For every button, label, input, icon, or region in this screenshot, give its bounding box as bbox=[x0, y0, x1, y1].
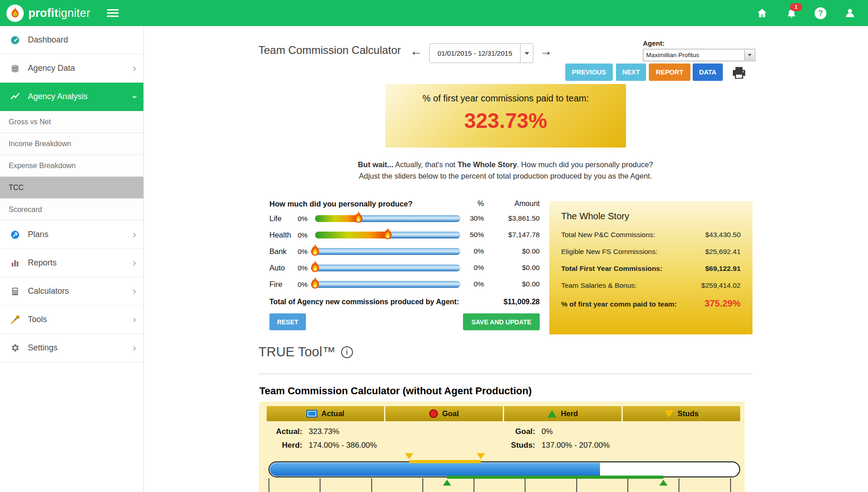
bar-chart-icon bbox=[9, 257, 21, 269]
sidebar-item-expense-breakdown[interactable]: Expense Breakdown bbox=[0, 155, 143, 177]
gauge-actual-fill bbox=[270, 463, 600, 476]
gear-icon bbox=[9, 342, 21, 354]
agent-select[interactable]: Maximillian Profitus bbox=[643, 49, 755, 61]
info-icon[interactable]: i bbox=[341, 346, 353, 358]
flame-slider-thumb[interactable] bbox=[309, 276, 321, 291]
slider-track[interactable] bbox=[315, 232, 460, 238]
sidebar-item-income-breakdown[interactable]: Income Breakdown bbox=[0, 133, 143, 155]
legend-herd: Herd bbox=[504, 406, 621, 421]
sidebar-item-tcc[interactable]: TCC bbox=[0, 177, 143, 199]
help-icon[interactable]: ? bbox=[814, 7, 827, 20]
slider-label: Bank bbox=[269, 247, 298, 256]
chevron-right-icon: › bbox=[133, 343, 136, 353]
save-and-update-button[interactable]: SAVE AND UPDATE bbox=[463, 313, 540, 330]
sidebar-item-settings[interactable]: Settings › bbox=[0, 334, 143, 362]
flame-slider-thumb[interactable] bbox=[382, 227, 394, 241]
report-button[interactable]: REPORT bbox=[649, 63, 690, 81]
dashboard-gauge-icon bbox=[9, 34, 21, 46]
home-icon[interactable] bbox=[756, 7, 768, 20]
next-button[interactable]: NEXT bbox=[616, 63, 646, 81]
agent-selected-value: Maximillian Profitus bbox=[646, 52, 699, 58]
brand-name: profitigniter bbox=[28, 6, 90, 20]
sidebar-item-scorecard[interactable]: Scorecard bbox=[0, 199, 143, 221]
slider-min-value: 0% bbox=[298, 231, 315, 239]
chart-legend: Actual Goal Herd Studs bbox=[267, 406, 740, 421]
notification-count-badge: 1 bbox=[790, 3, 802, 11]
studs-label: Studs: bbox=[453, 441, 535, 450]
line-chart-icon bbox=[9, 91, 21, 103]
slider-percent-value: 50% bbox=[460, 231, 484, 239]
sidebar-item-reports[interactable]: Reports › bbox=[0, 249, 143, 277]
sidebar-item-plans[interactable]: Plans › bbox=[0, 221, 143, 249]
gauge-axis-ticks bbox=[268, 478, 740, 492]
slider-min-value: 0% bbox=[298, 215, 315, 222]
tcc-chart-title: Team Commission Calculator (without Agen… bbox=[259, 385, 531, 397]
explanation-line-2: Adjust the sliders below to the percent … bbox=[258, 170, 752, 182]
calculator-icon bbox=[9, 286, 21, 297]
herd-marker-icon bbox=[547, 410, 557, 418]
tcc-gauge bbox=[268, 461, 740, 477]
sidebar-item-calculators[interactable]: Calculators › bbox=[0, 277, 143, 306]
chevron-expanded-icon: › bbox=[129, 95, 139, 98]
legend-studs: Studs bbox=[623, 406, 740, 421]
whole-story-panel: The Whole Story Total New P&C Commission… bbox=[549, 201, 752, 334]
slider-row-bank: Bank 0% 0% $0.00 bbox=[258, 243, 540, 259]
legend-actual: Actual bbox=[267, 406, 384, 421]
brand-logo[interactable]: profitigniter bbox=[6, 5, 90, 22]
amount-column-header: Amount bbox=[484, 200, 540, 208]
chevron-right-icon: › bbox=[133, 315, 136, 325]
flame-slider-thumb[interactable] bbox=[309, 260, 321, 274]
date-range-picker[interactable]: 01/01/2015 - 12/31/2015 bbox=[429, 43, 533, 63]
date-dropdown-caret[interactable] bbox=[520, 44, 533, 63]
chart-stats: Actual: 323.73% Goal: 0% Herd: 174.00% -… bbox=[266, 427, 610, 450]
slider-amount-value: $0.00 bbox=[484, 280, 540, 288]
whole-story-row: Eligible New FS Commissions: $25,692.41 bbox=[561, 248, 741, 256]
date-prev-arrow[interactable]: ← bbox=[410, 45, 422, 58]
sidebar-item-agency-data[interactable]: Agency Data › bbox=[0, 54, 143, 83]
studs-value: 137.00% - 207.00% bbox=[535, 441, 610, 450]
slider-track[interactable] bbox=[315, 215, 460, 222]
flame-slider-thumb[interactable] bbox=[309, 243, 321, 258]
chevron-right-icon: › bbox=[133, 258, 136, 268]
slider-amount-value: $0.00 bbox=[484, 264, 540, 272]
sidebar-item-dashboard[interactable]: Dashboard bbox=[0, 26, 143, 54]
app-window: profitigniter 1 ? Dashboard bbox=[0, 0, 868, 492]
slider-track[interactable] bbox=[315, 248, 460, 255]
slider-track[interactable] bbox=[315, 265, 460, 271]
flame-slider-thumb[interactable] bbox=[352, 211, 365, 225]
chevron-right-icon: › bbox=[133, 63, 136, 74]
slider-percent-value: 0% bbox=[460, 264, 484, 272]
data-button[interactable]: DATA bbox=[693, 63, 723, 81]
menu-toggle-icon[interactable] bbox=[107, 7, 119, 19]
sidebar-item-label: Agency Analysis bbox=[28, 92, 88, 101]
slider-label: Fire bbox=[269, 280, 298, 289]
slider-track[interactable] bbox=[315, 281, 460, 288]
summary-percent-value: 323.73% bbox=[464, 108, 547, 133]
reset-button[interactable]: RESET bbox=[269, 313, 306, 330]
percent-column-header: % bbox=[460, 200, 484, 208]
whole-story-title: The Whole Story bbox=[561, 211, 741, 222]
legend-goal: Goal bbox=[385, 406, 503, 421]
studs-range-bar[interactable] bbox=[409, 460, 481, 463]
sidebar-item-tools[interactable]: Tools › bbox=[0, 306, 143, 334]
studs-max-handle-icon[interactable] bbox=[477, 453, 485, 459]
commission-summary-panel: % of first year commissions paid to team… bbox=[385, 84, 626, 148]
slider-row-health: Health 0% 50% $7,147.78 bbox=[258, 227, 540, 243]
previous-button[interactable]: PREVIOUS bbox=[565, 63, 613, 81]
slider-amount-value: $7,147.78 bbox=[484, 231, 540, 239]
user-account-icon[interactable] bbox=[843, 7, 856, 20]
page-title: Team Commission Calculator bbox=[258, 44, 401, 57]
plans-globe-icon bbox=[9, 229, 21, 241]
slider-percent-value: 0% bbox=[460, 247, 484, 255]
sidebar-item-agency-analysis[interactable]: Agency Analysis › bbox=[0, 83, 143, 111]
notifications-bell-icon[interactable]: 1 bbox=[785, 7, 798, 20]
slider-label: Life bbox=[269, 214, 298, 223]
print-icon[interactable] bbox=[731, 65, 747, 80]
slider-row-fire: Fire 0% 0% $0.00 bbox=[258, 276, 540, 292]
whole-story-percent-value: 375.29% bbox=[705, 298, 741, 309]
actual-label: Actual: bbox=[266, 427, 302, 436]
studs-min-handle-icon[interactable] bbox=[405, 453, 413, 459]
sidebar-item-gross-vs-net[interactable]: Gross vs Net bbox=[0, 111, 143, 133]
date-next-arrow[interactable]: → bbox=[540, 45, 552, 58]
sidebar-item-label: Tools bbox=[28, 315, 47, 324]
